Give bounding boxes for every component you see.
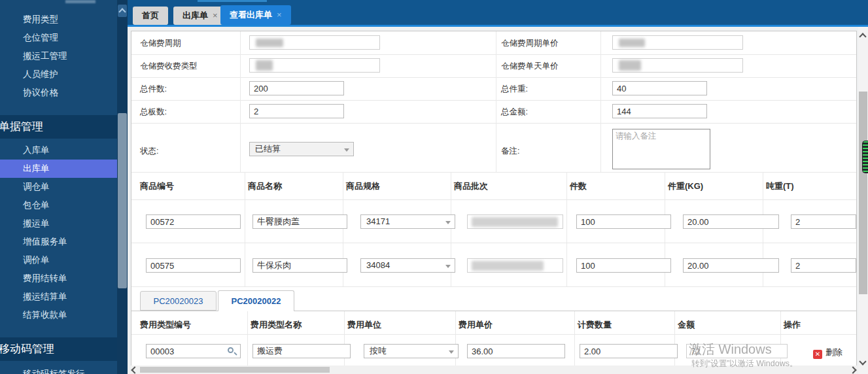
fee-type-name-input[interactable] [252, 344, 351, 358]
divider [131, 199, 856, 200]
product-name-input[interactable] [252, 258, 347, 273]
sidebar-item-handling-settlement-order[interactable]: 搬运结算单 [0, 288, 118, 306]
total-pieces-input[interactable] [249, 81, 344, 95]
sidebar-item-transfer-order[interactable]: 调仓单 [0, 178, 118, 196]
total-amount-input[interactable] [612, 104, 707, 118]
sidebar-item-mobile-code-label-issue[interactable]: 移动码标签发行 [0, 365, 118, 374]
tons-input[interactable] [791, 214, 856, 229]
divider [566, 172, 567, 286]
redacted-value [472, 261, 544, 271]
divider [131, 286, 856, 287]
fee-type-code-input[interactable] [146, 344, 241, 358]
sidebar-item-outbound-order[interactable]: 出库单 [0, 160, 118, 178]
storage-daily-price-label: 仓储费单天单价 [501, 61, 559, 72]
col-product-spec: 商品规格 [346, 180, 380, 192]
col-weight-kg: 件重(KG) [668, 180, 703, 192]
divider [131, 334, 856, 335]
topbar-glint [198, 0, 267, 2]
storage-cycle-label: 仓储费周期 [140, 38, 181, 49]
fee-unit-value: 按吨 [370, 346, 387, 356]
col-product-batch: 商品批次 [454, 180, 488, 192]
col-pieces: 件数 [570, 180, 587, 192]
fee-qty-input[interactable] [580, 344, 678, 358]
sidebar-item-porter-mgmt[interactable]: 搬运工管理 [0, 47, 118, 65]
tab-outbound-label: 出库单 [182, 10, 208, 20]
sidebar-item-inbound-order[interactable]: 入库单 [0, 141, 118, 160]
sidebar-scrollbar-thumb[interactable] [118, 113, 127, 288]
sidebar-item-price-adjust-order[interactable]: 调价单 [0, 251, 118, 269]
edge-widget [862, 141, 868, 173]
divider [131, 172, 856, 173]
pieces-input[interactable] [576, 258, 671, 273]
col-product-code: 商品编号 [140, 180, 174, 192]
sidebar: 费用类型 仓位管理 搬运工管理 人员维护 协议价格 单据管理 入库单 出库单 调… [0, 0, 128, 374]
windows-activation-watermark: 激活 Windows [689, 341, 772, 358]
weight-input[interactable] [683, 258, 779, 273]
remark-textarea[interactable] [612, 129, 710, 169]
close-icon[interactable]: × [277, 10, 282, 20]
horizontal-scrollbar-thumb[interactable] [140, 367, 330, 373]
sidebar-item-fee-carryover-order[interactable]: 费用结转单 [0, 269, 118, 288]
product-code-input[interactable] [146, 214, 241, 229]
redacted-value [256, 60, 273, 71]
sidebar-item-fee-type[interactable]: 费用类型 [0, 10, 118, 29]
total-amount-label: 总金额: [501, 107, 528, 118]
product-name-input[interactable] [252, 214, 347, 229]
chevron-down-icon [449, 350, 454, 354]
sidebar-item-warehouse-slot[interactable]: 仓位管理 [0, 29, 118, 47]
vertical-scrollbar-thumb[interactable] [859, 92, 867, 294]
total-weight-input[interactable] [612, 81, 707, 95]
sidebar-item-personnel[interactable]: 人员维护 [0, 65, 118, 84]
col-tons: 吨重(T) [766, 180, 794, 192]
sidebar-section-mobile-code[interactable]: 移动码管理 [0, 337, 118, 361]
detail-panel: 仓储费周期 仓储费周期单价 仓储费收费类型 仓储费单天单价 总件数: 总件重: … [131, 31, 857, 366]
divider [600, 31, 601, 172]
fee-price-input[interactable] [467, 344, 565, 358]
product-spec-select[interactable]: 34171 [360, 214, 455, 229]
col-fee-price: 费用单价 [459, 319, 493, 331]
weight-input[interactable] [683, 214, 779, 229]
redacted-value [619, 60, 641, 71]
clipped-menu-item [65, 0, 95, 3]
product-spec-select[interactable]: 34084 [360, 258, 455, 273]
col-operation: 操作 [784, 319, 801, 331]
search-icon[interactable] [228, 347, 234, 353]
pieces-input[interactable] [576, 214, 671, 229]
tab-view-outbound-order[interactable]: 查看出库单× [220, 5, 291, 25]
storage-cycle-price-label: 仓储费周期单价 [501, 38, 559, 49]
divider [247, 311, 248, 366]
close-icon[interactable]: × [213, 10, 218, 20]
col-fee-qty: 计费数量 [578, 319, 612, 331]
sidebar-item-handling-order[interactable]: 搬运单 [0, 214, 118, 233]
total-boards-label: 总板数: [140, 107, 167, 118]
tab-home[interactable]: 首页 [133, 7, 168, 25]
sidebar-scrollbar-up-icon[interactable] [118, 5, 127, 17]
sidebar-item-value-added-order[interactable]: 增值服务单 [0, 233, 118, 251]
delete-button[interactable]: ✕删除 [813, 347, 842, 359]
chevron-down-icon [445, 221, 451, 224]
storage-charge-type-label: 仓储费收费类型 [140, 61, 198, 72]
sidebar-item-agreement-price[interactable]: 协议价格 [0, 84, 118, 102]
status-label: 状态: [140, 146, 158, 157]
batch-tab-pc20020022[interactable]: PC20020022 [218, 290, 294, 311]
status-select[interactable]: 已结算 [249, 142, 354, 156]
redacted-value [472, 217, 558, 227]
divider [245, 172, 245, 286]
sidebar-item-package-order[interactable]: 包仓单 [0, 196, 118, 214]
product-code-input[interactable] [146, 258, 241, 273]
total-boards-input[interactable] [249, 104, 344, 118]
batch-tab-pc20020023[interactable]: PC20020023 [140, 291, 217, 311]
col-fee-amount: 金额 [678, 319, 695, 331]
tab-outbound-order[interactable]: 出库单× [173, 7, 227, 25]
col-fee-type-name: 费用类型名称 [251, 319, 302, 331]
chevron-down-icon [344, 148, 349, 152]
total-weight-label: 总件重: [501, 84, 528, 95]
sidebar-section-doc-mgmt[interactable]: 单据管理 [0, 115, 118, 139]
delete-icon: ✕ [813, 350, 822, 359]
status-value: 已结算 [255, 144, 281, 154]
chevron-down-icon [445, 265, 451, 268]
redacted-value [256, 39, 283, 47]
fee-unit-select[interactable]: 按吨 [364, 344, 459, 358]
tons-input[interactable] [791, 258, 856, 273]
sidebar-item-settlement-receipt-order[interactable]: 结算收款单 [0, 306, 118, 324]
